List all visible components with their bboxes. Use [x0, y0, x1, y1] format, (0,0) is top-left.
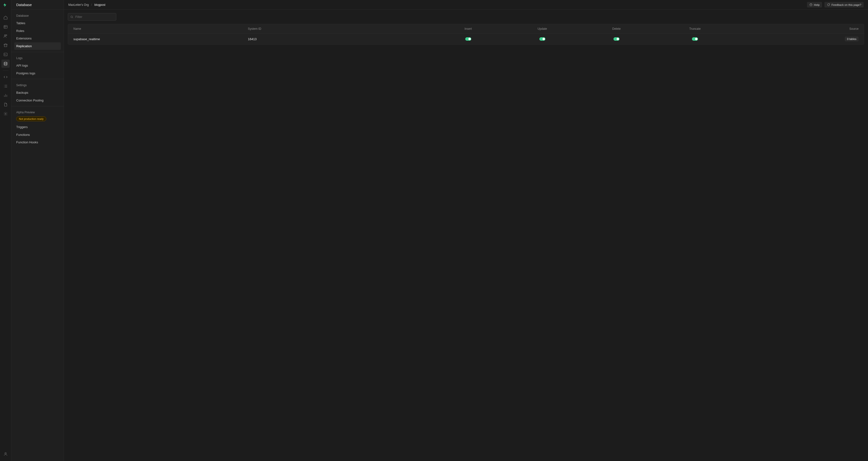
col-source: Source [737, 27, 859, 31]
rail-docs[interactable] [1, 100, 10, 109]
rail-auth[interactable] [1, 32, 10, 40]
sidebar-item-api-logs[interactable]: API logs [14, 62, 61, 69]
table-icon [3, 25, 8, 29]
rail-account[interactable] [1, 450, 10, 458]
home-icon [3, 16, 8, 20]
chart-icon [3, 93, 8, 98]
sidebar-heading: Alpha Preview [14, 111, 61, 116]
svg-rect-3 [4, 45, 7, 47]
help-button[interactable]: Help [807, 2, 822, 7]
sidebar-heading: Logs [14, 56, 61, 62]
svg-point-6 [5, 113, 6, 115]
file-icon [3, 102, 8, 107]
sidebar-item-tables[interactable]: Tables [14, 19, 61, 27]
chat-icon [827, 3, 830, 6]
col-system-id: System ID [248, 27, 431, 31]
replication-table: Name System ID Insert Update Delete Trun… [68, 24, 864, 44]
cell-name: supabase_realtime [73, 37, 248, 41]
svg-point-2 [6, 35, 7, 36]
cell-system-id: 16413 [248, 37, 431, 41]
sidebar-item-roles[interactable]: Roles [14, 27, 61, 35]
toggle-truncate[interactable] [692, 37, 698, 41]
code-icon [3, 75, 8, 79]
sidebar-item-backups[interactable]: Backups [14, 89, 61, 97]
rail-storage[interactable] [1, 41, 10, 50]
topbar: MaxLeiter's Org / blogpost Help Feedback… [64, 0, 868, 10]
alpha-badge: Not production ready [16, 117, 46, 121]
brand-logo[interactable] [3, 3, 8, 9]
col-update: Update [505, 27, 579, 31]
sidebar-item-function-hooks[interactable]: Function Hooks [14, 139, 61, 146]
feedback-label: Feedback on this page? [831, 3, 861, 6]
sidebar-item-extensions[interactable]: Extensions [14, 35, 61, 42]
table-header: Name System ID Insert Update Delete Trun… [68, 24, 864, 33]
list-icon [3, 84, 8, 88]
toggle-delete[interactable] [614, 37, 620, 41]
sidebar-item-triggers[interactable]: Triggers [14, 123, 61, 131]
sidebar-section-alpha: Alpha Preview Not production ready Trigg… [11, 106, 64, 148]
rail-database[interactable] [1, 60, 10, 68]
rail-reports[interactable] [1, 91, 10, 99]
col-truncate: Truncate [653, 27, 736, 31]
sidebar-item-connection-pooling[interactable]: Connection Pooling [14, 97, 61, 104]
table-row: supabase_realtime 16413 0 tables [68, 33, 864, 44]
rail-settings[interactable] [1, 110, 10, 118]
breadcrumb-org[interactable]: MaxLeiter's Org [68, 3, 89, 6]
sidebar-item-replication[interactable]: Replication [14, 42, 61, 50]
content: Name System ID Insert Update Delete Trun… [64, 10, 868, 48]
svg-rect-0 [4, 25, 7, 28]
filter-wrap [68, 13, 116, 21]
sidebar-section-logs: Logs API logs Postgres logs [11, 52, 64, 79]
users-icon [3, 34, 8, 38]
terminal-icon [3, 52, 8, 57]
svg-point-1 [4, 35, 6, 36]
database-icon [3, 61, 8, 66]
toggle-insert[interactable] [465, 37, 471, 41]
svg-point-5 [4, 62, 7, 63]
sidebar-title: Database [11, 0, 64, 10]
settings-icon [3, 112, 8, 116]
col-name: Name [73, 27, 248, 31]
storage-icon [3, 43, 8, 48]
svg-rect-4 [4, 53, 7, 56]
toggle-update[interactable] [539, 37, 546, 41]
rail-home[interactable] [1, 13, 10, 22]
rail-tables[interactable] [1, 23, 10, 31]
breadcrumb-project[interactable]: blogpost [94, 3, 105, 6]
col-insert: Insert [431, 27, 505, 31]
help-icon [809, 3, 812, 6]
breadcrumb-separator: / [91, 3, 92, 6]
sidebar-section-settings: Settings Backups Connection Pooling [11, 79, 64, 106]
source-button[interactable]: 0 tables [845, 36, 859, 41]
icon-rail [0, 0, 11, 461]
rail-separator [3, 70, 8, 70]
user-icon [3, 452, 8, 456]
main-panel: MaxLeiter's Org / blogpost Help Feedback… [64, 0, 868, 461]
sidebar: Database Database Tables Roles Extension… [11, 0, 64, 461]
rail-logs[interactable] [1, 82, 10, 90]
rail-api[interactable] [1, 73, 10, 81]
feedback-button[interactable]: Feedback on this page? [825, 2, 864, 7]
col-delete: Delete [579, 27, 653, 31]
help-label: Help [814, 3, 820, 6]
sidebar-item-functions[interactable]: Functions [14, 131, 61, 139]
rail-sql[interactable] [1, 50, 10, 59]
sidebar-section-database: Database Tables Roles Extensions Replica… [11, 10, 64, 52]
sidebar-heading: Settings [14, 84, 61, 89]
sidebar-item-postgres-logs[interactable]: Postgres logs [14, 69, 61, 77]
sidebar-heading: Database [14, 14, 61, 19]
search-icon [70, 15, 73, 19]
svg-point-9 [71, 16, 73, 18]
svg-point-7 [5, 453, 6, 454]
filter-input[interactable] [68, 13, 116, 21]
